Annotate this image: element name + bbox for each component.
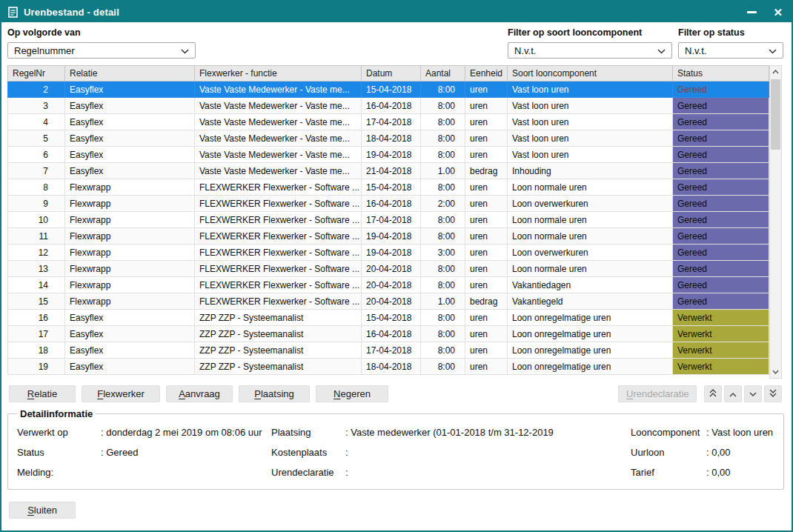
cell-eenheid: uren xyxy=(465,359,508,375)
table-row[interactable]: 8FlexwrappFLEXWERKER Flexwerker - Softwa… xyxy=(8,179,769,196)
column-header-aantal[interactable]: Aantal xyxy=(421,66,465,82)
last-row-button[interactable] xyxy=(764,385,782,402)
uurloon-label: Uurloon xyxy=(631,447,706,458)
cell-status: Gereed xyxy=(673,277,769,293)
cell-regelnr: 6 xyxy=(8,147,65,163)
status-label: Status xyxy=(17,447,101,458)
cell-regelnr: 12 xyxy=(8,245,65,261)
aanvraag-button[interactable]: Aanvraag xyxy=(166,385,233,402)
cell-datum: 18-04-2018 xyxy=(362,130,421,147)
cell-relatie: Easyflex xyxy=(65,114,195,130)
cell-regelnr: 17 xyxy=(8,326,65,342)
cell-eenheid: uren xyxy=(465,228,508,245)
minimize-button[interactable] xyxy=(747,6,757,18)
cell-flexwerker: ZZP ZZP - Systeemanalist xyxy=(195,310,362,326)
cell-flexwerker: FLEXWERKER Flexwerker - Software ... xyxy=(195,245,362,261)
cell-status: Gereed xyxy=(673,293,769,310)
table-row[interactable]: 16EasyflexZZP ZZP - Systeemanalist15-04-… xyxy=(8,310,769,326)
scrollbar-down-arrow[interactable] xyxy=(770,366,781,378)
table-row[interactable]: 6EasyflexVaste Vaste Medewerker - Vaste … xyxy=(8,147,769,163)
table-row[interactable]: 12FlexwrappFLEXWERKER Flexwerker - Softw… xyxy=(8,245,769,261)
close-button[interactable]: ✕ xyxy=(773,6,783,18)
relatie-button[interactable]: Relatie xyxy=(9,385,76,402)
cell-eenheid: uren xyxy=(465,130,508,147)
scrollbar-track[interactable] xyxy=(770,150,781,366)
cell-flexwerker: FLEXWERKER Flexwerker - Software ... xyxy=(195,179,362,196)
cell-datum: 17-04-2018 xyxy=(362,212,421,228)
table-row[interactable]: 7EasyflexVaste Vaste Medewerker - Vaste … xyxy=(8,163,769,179)
cell-regelnr: 15 xyxy=(8,293,65,310)
column-header-flexwerker[interactable]: Flexwerker - functie xyxy=(195,66,362,82)
cell-flexwerker: FLEXWERKER Flexwerker - Software ... xyxy=(195,228,362,245)
sort-label: Op volgorde van xyxy=(7,27,196,38)
cell-regelnr: 9 xyxy=(8,196,65,212)
next-row-button[interactable] xyxy=(744,385,762,402)
table-row[interactable]: 11FlexwrappFLEXWERKER Flexwerker - Softw… xyxy=(8,228,769,245)
cell-eenheid: uren xyxy=(465,114,508,130)
window-title: Urenbestand - detail xyxy=(24,7,119,18)
vertical-scrollbar[interactable] xyxy=(769,65,782,379)
urendeclaratie-button[interactable]: Urendeclaratie xyxy=(618,385,697,402)
sluiten-button[interactable]: Sluiten xyxy=(9,502,76,519)
table-row[interactable]: 18EasyflexZZP ZZP - Systeemanalist17-04-… xyxy=(8,342,769,359)
cell-regelnr: 13 xyxy=(8,261,65,277)
cell-looncomponent: Loon normale uren xyxy=(508,261,673,277)
cell-looncomponent: Loon normale uren xyxy=(508,228,673,245)
cell-eenheid: uren xyxy=(465,82,508,98)
cell-flexwerker: ZZP ZZP - Systeemanalist xyxy=(195,342,362,359)
cell-status: Gereed xyxy=(673,261,769,277)
cell-looncomponent: Inhouding xyxy=(508,163,673,179)
uurloon-value: : 0,00 xyxy=(706,447,774,458)
status-value: : Gereed xyxy=(101,447,271,458)
negeren-button[interactable]: Negeren xyxy=(316,385,388,402)
first-row-button[interactable] xyxy=(704,385,722,402)
table-row[interactable]: 19EasyflexZZP ZZP - Systeemanalist18-04-… xyxy=(8,359,769,375)
cell-status: Gereed xyxy=(673,82,769,98)
looncomponent-filter-value: N.v.t. xyxy=(514,45,536,56)
sort-select[interactable]: Regelnummer xyxy=(7,42,196,59)
cell-relatie: Flexwrapp xyxy=(65,245,195,261)
chevron-down-icon xyxy=(181,45,189,56)
column-header-status[interactable]: Status xyxy=(673,66,769,82)
looncomponent-filter-select[interactable]: N.v.t. xyxy=(508,42,672,59)
table-row[interactable]: 3EasyflexVaste Vaste Medewerker - Vaste … xyxy=(8,98,769,114)
cell-status: Gereed xyxy=(673,130,769,147)
cell-looncomponent: Loon overwerkuren xyxy=(508,245,673,261)
cell-looncomponent: Vakantiedagen xyxy=(508,277,673,293)
sort-filter-group: Op volgorde van Regelnummer xyxy=(7,27,196,59)
table-row[interactable]: 5EasyflexVaste Vaste Medewerker - Vaste … xyxy=(8,130,769,147)
cell-datum: 19-04-2018 xyxy=(362,228,421,245)
table-row[interactable]: 14FlexwrappFLEXWERKER Flexwerker - Softw… xyxy=(8,277,769,293)
title-bar: Urenbestand - detail ✕ xyxy=(1,1,792,22)
column-header-eenheid[interactable]: Eenheid xyxy=(465,66,508,82)
table-row[interactable]: 9FlexwrappFLEXWERKER Flexwerker - Softwa… xyxy=(8,196,769,212)
flexwerker-button[interactable]: Flexwerker xyxy=(82,385,160,402)
previous-row-button[interactable] xyxy=(724,385,742,402)
plaatsing-button[interactable]: Plaatsing xyxy=(239,385,310,402)
cell-eenheid: uren xyxy=(465,310,508,326)
table-row[interactable]: 15FlexwrappFLEXWERKER Flexwerker - Softw… xyxy=(8,293,769,310)
column-header-regelnr[interactable]: RegelNr xyxy=(8,66,65,82)
table-row[interactable]: 13FlexwrappFLEXWERKER Flexwerker - Softw… xyxy=(8,261,769,277)
table-header-row: RegelNr Relatie Flexwerker - functie Dat… xyxy=(8,66,769,82)
cell-looncomponent: Loon overwerkuren xyxy=(508,196,673,212)
table-row[interactable]: 2EasyflexVaste Vaste Medewerker - Vaste … xyxy=(8,82,769,98)
cell-eenheid: bedrag xyxy=(465,293,508,310)
scrollbar-thumb[interactable] xyxy=(771,79,780,150)
status-filter-select[interactable]: N.v.t. xyxy=(678,42,783,59)
table-row[interactable]: 10FlexwrappFLEXWERKER Flexwerker - Softw… xyxy=(8,212,769,228)
cell-datum: 19-04-2018 xyxy=(362,147,421,163)
scrollbar-up-arrow[interactable] xyxy=(770,66,781,78)
column-header-relatie[interactable]: Relatie xyxy=(65,66,195,82)
column-header-datum[interactable]: Datum xyxy=(362,66,421,82)
cell-regelnr: 11 xyxy=(8,228,65,245)
table-row[interactable]: 17EasyflexZZP ZZP - Systeemanalist16-04-… xyxy=(8,326,769,342)
cell-looncomponent: Vakantiegeld xyxy=(508,293,673,310)
cell-eenheid: uren xyxy=(465,196,508,212)
table-row[interactable]: 4EasyflexVaste Vaste Medewerker - Vaste … xyxy=(8,114,769,130)
chevron-down-icon xyxy=(749,388,757,399)
urendeclaratie-value: : xyxy=(345,467,631,478)
cell-eenheid: uren xyxy=(465,147,508,163)
cell-relatie: Easyflex xyxy=(65,310,195,326)
column-header-looncomponent[interactable]: Soort looncomponent xyxy=(508,66,673,82)
